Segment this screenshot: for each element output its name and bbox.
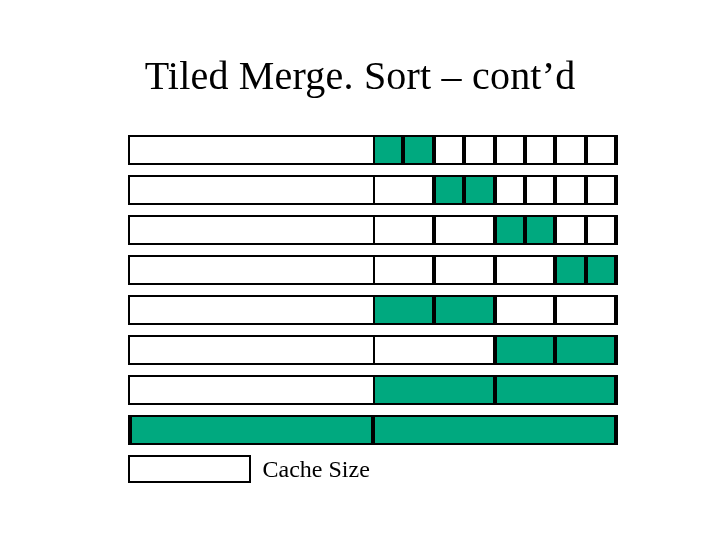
divider-cell: [373, 217, 434, 243]
divider-cell: [555, 177, 585, 203]
divider-cell: [555, 297, 616, 323]
diagram-row: [128, 175, 618, 205]
divider-cell: [373, 257, 434, 283]
filled-cell: [373, 377, 495, 403]
diagram-row: [128, 135, 618, 165]
diagram-row: [128, 215, 618, 245]
filled-cell: [434, 297, 495, 323]
filled-cell: [373, 417, 616, 443]
diagram-row: [128, 295, 618, 325]
filled-cell: [130, 417, 373, 443]
filled-cell: [586, 257, 616, 283]
divider-cell: [434, 137, 464, 163]
cache-size-box: [128, 455, 251, 483]
slide-title: Tiled Merge. Sort – cont’d: [0, 52, 720, 99]
divider-cell: [373, 337, 495, 363]
center-divider: [373, 337, 375, 363]
divider-cell: [525, 137, 555, 163]
cache-size-label: Cache Size: [263, 456, 370, 483]
divider-cell: [555, 217, 585, 243]
filled-cell: [373, 297, 434, 323]
divider-cell: [373, 177, 434, 203]
filled-cell: [434, 177, 464, 203]
divider-cell: [495, 297, 556, 323]
filled-cell: [495, 337, 556, 363]
divider-cell: [434, 217, 495, 243]
diagram-row: [128, 255, 618, 285]
divider-cell: [495, 177, 525, 203]
filled-cell: [464, 177, 494, 203]
center-divider: [373, 417, 375, 443]
divider-cell: [586, 137, 616, 163]
diagram-row: [128, 415, 618, 445]
divider-cell: [434, 257, 495, 283]
divider-cell: [555, 137, 585, 163]
filled-cell: [495, 377, 617, 403]
filled-cell: [525, 217, 555, 243]
divider-cell: [586, 217, 616, 243]
diagram-row: [128, 335, 618, 365]
diagram-row: [128, 375, 618, 405]
filled-cell: [555, 257, 585, 283]
divider-cell: [586, 177, 616, 203]
divider-cell: [495, 257, 556, 283]
filled-cell: [373, 137, 403, 163]
filled-cell: [555, 337, 616, 363]
filled-cell: [495, 217, 525, 243]
divider-cell: [464, 137, 494, 163]
divider-cell: [495, 137, 525, 163]
divider-cell: [525, 177, 555, 203]
center-divider: [373, 377, 375, 403]
filled-cell: [403, 137, 433, 163]
cache-size-legend: Cache Size: [128, 455, 618, 483]
mergesort-diagram: Cache Size: [128, 135, 618, 483]
